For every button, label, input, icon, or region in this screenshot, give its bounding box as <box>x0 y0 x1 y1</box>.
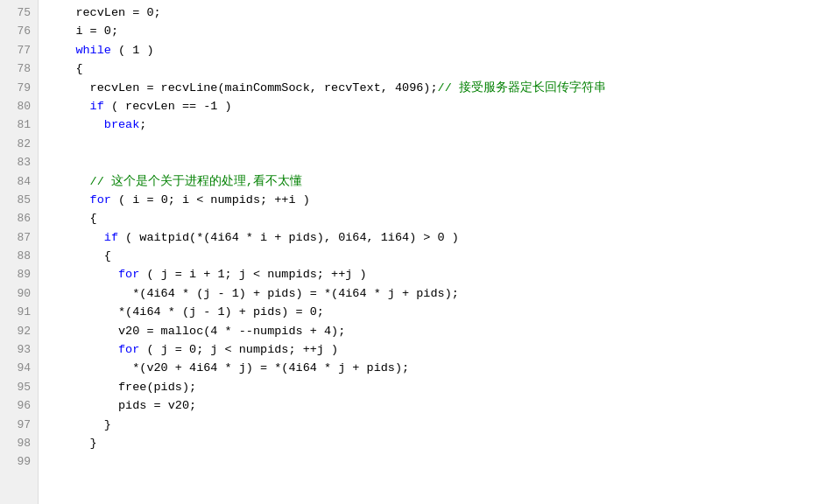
code-line: *(4i64 * (j - 1) + pids) = 0; <box>47 303 818 321</box>
code-line <box>47 135 818 153</box>
code-token: } <box>47 437 97 450</box>
code-line: v20 = malloc(4 * --numpids + 4); <box>47 322 818 340</box>
code-token: *(4i64 * (j - 1) + pids) = 0; <box>47 305 324 318</box>
code-line: { <box>47 247 818 265</box>
code-line: { <box>47 60 818 78</box>
line-number: 88 <box>7 247 31 265</box>
code-token: ( j = i + 1; j < numpids; ++j ) <box>139 268 366 281</box>
line-number: 98 <box>7 434 31 452</box>
code-line <box>47 153 818 172</box>
code-token <box>47 231 104 244</box>
code-token: recvLen = recvLine(mainCommSock, recvTex… <box>47 81 438 94</box>
code-token: { <box>47 249 111 262</box>
line-numbers-column: 7576777879808182838485868788899091929394… <box>0 0 39 504</box>
code-line: for ( j = i + 1; j < numpids; ++j ) <box>47 265 818 284</box>
code-token: { <box>47 62 83 75</box>
code-token: ( j = 0; j < numpids; ++j ) <box>139 343 338 356</box>
code-token: while <box>75 44 111 57</box>
code-token: // 这个是个关于进程的处理,看不太懂 <box>90 175 302 188</box>
code-token: free(pids); <box>47 381 196 394</box>
code-token: ( recvLen == -1 ) <box>104 100 232 113</box>
code-token: ; <box>139 118 146 131</box>
line-number: 86 <box>7 209 31 228</box>
line-number: 77 <box>7 41 31 60</box>
code-line: *(v20 + 4i64 * j) = *(4i64 * j + pids); <box>47 359 818 377</box>
code-line: if ( waitpid(*(4i64 * i + pids), 0i64, 1… <box>47 228 818 247</box>
code-token: pids = v20; <box>47 399 196 412</box>
code-line: break; <box>47 116 818 134</box>
line-number: 76 <box>7 22 31 40</box>
line-number: 80 <box>7 97 31 116</box>
code-token: { <box>47 212 97 225</box>
code-token <box>47 193 90 206</box>
code-line: } <box>47 416 818 434</box>
line-number: 83 <box>7 153 31 172</box>
line-number: 93 <box>7 340 31 359</box>
line-number: 84 <box>7 172 31 191</box>
line-number: 95 <box>7 378 31 396</box>
code-line: if ( recvLen == -1 ) <box>47 97 818 116</box>
code-line: pids = v20; <box>47 396 818 415</box>
code-line: *(4i64 * (j - 1) + pids) = *(4i64 * j + … <box>47 284 818 303</box>
line-number: 85 <box>7 191 31 209</box>
line-number: 92 <box>7 322 31 340</box>
code-token: ( waitpid(*(4i64 * i + pids), 0i64, 1i64… <box>118 231 459 244</box>
code-line <box>47 452 818 471</box>
line-number: 94 <box>7 359 31 377</box>
code-token: v20 = malloc(4 * --numpids + 4); <box>47 325 345 338</box>
line-number: 78 <box>7 60 31 78</box>
line-number: 81 <box>7 116 31 134</box>
code-token: if <box>90 100 104 113</box>
code-line: for ( j = 0; j < numpids; ++j ) <box>47 340 818 359</box>
code-token: for <box>118 343 139 356</box>
code-token: } <box>47 418 111 431</box>
line-number: 75 <box>7 4 31 22</box>
code-token: i = 0; <box>47 24 118 38</box>
code-token: // 接受服务器定长回传字符串 <box>438 81 606 94</box>
line-number: 87 <box>7 228 31 247</box>
code-token: *(v20 + 4i64 * j) = *(4i64 * j + pids); <box>47 361 409 374</box>
code-viewer: 7576777879808182838485868788899091929394… <box>0 0 818 504</box>
code-token: if <box>104 231 118 244</box>
code-token <box>47 44 75 57</box>
code-token <box>47 100 90 113</box>
code-line: } <box>47 434 818 452</box>
code-token <box>47 175 90 188</box>
code-lines-column: recvLen = 0; i = 0; while ( 1 ) { recvLe… <box>39 0 818 504</box>
code-line: // 这个是个关于进程的处理,看不太懂 <box>47 172 818 191</box>
line-number: 97 <box>7 416 31 434</box>
code-token: for <box>118 268 139 281</box>
code-token <box>47 343 118 356</box>
code-line: i = 0; <box>47 22 818 40</box>
code-line: recvLen = recvLine(mainCommSock, recvTex… <box>47 79 818 97</box>
code-token: ( 1 ) <box>111 44 154 57</box>
code-line: recvLen = 0; <box>47 4 818 22</box>
code-token: for <box>90 193 111 206</box>
code-line: for ( i = 0; i < numpids; ++i ) <box>47 191 818 209</box>
code-line: while ( 1 ) <box>47 41 818 60</box>
code-token: *(4i64 * (j - 1) + pids) = *(4i64 * j + … <box>47 287 459 300</box>
line-number: 96 <box>7 396 31 415</box>
code-token <box>47 118 104 131</box>
code-line: { <box>47 209 818 228</box>
line-number: 91 <box>7 303 31 321</box>
code-token: ( i = 0; i < numpids; ++i ) <box>111 193 310 206</box>
code-line: free(pids); <box>47 378 818 396</box>
line-number: 90 <box>7 284 31 303</box>
line-number: 82 <box>7 135 31 153</box>
line-number: 89 <box>7 265 31 284</box>
code-token <box>47 268 118 281</box>
code-token: recvLen = 0; <box>47 6 161 19</box>
code-token: break <box>104 118 140 131</box>
line-number: 99 <box>7 452 31 471</box>
line-number: 79 <box>7 79 31 97</box>
